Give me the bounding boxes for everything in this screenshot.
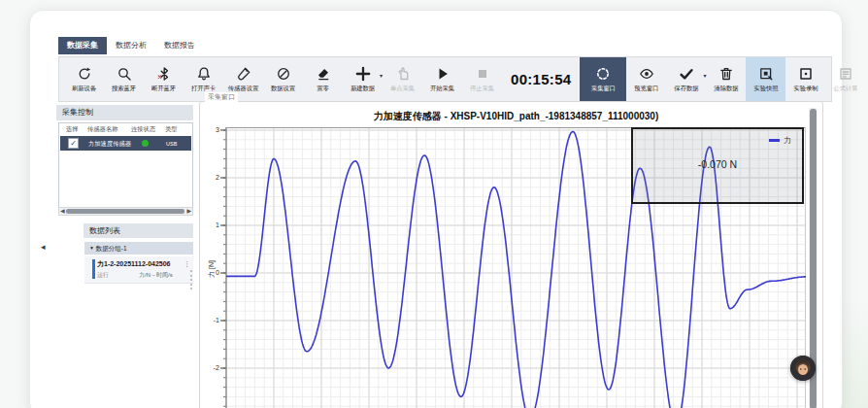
y-tick-label: 2 [204, 174, 219, 181]
eye-icon [639, 66, 654, 82]
item-state: 运行 [97, 271, 109, 280]
item-accent-bar [92, 259, 95, 279]
toolbar-button-new-data[interactable]: 新建数据▾ [343, 57, 383, 101]
toolbar-button-preview-window[interactable]: 预览窗口 [626, 57, 666, 101]
legend-line-swatch [769, 139, 780, 142]
toolbar-button-disconnect-bluetooth[interactable]: 断开蓝牙 [144, 57, 184, 101]
toolbar-button-formula-calc: 公式计算 [825, 57, 865, 101]
collect-control-header: 采集控制 [56, 105, 193, 120]
hscroll-left-arrow-icon[interactable]: ◀ [60, 207, 65, 216]
sensor-name: 力加速度传感器 [88, 140, 131, 149]
app-window: 数据采集 数据分析 数据报告 刷新设备搜索蓝牙断开蓝牙打开声卡传感器设置数据设置… [0, 0, 868, 408]
dashed-circle-icon [595, 66, 611, 82]
hand-point-icon [395, 66, 411, 82]
settings-icon [276, 66, 291, 82]
y-tick-label: -1 [204, 317, 219, 323]
group-label: 数据分组-1 [96, 245, 127, 252]
plus-icon [355, 66, 371, 82]
toolbar: 刷新设备搜索蓝牙断开蓝牙打开声卡传感器设置数据设置置零新建数据▾单点采集开始采集… [58, 56, 832, 102]
y-tick-label: 0 [204, 269, 219, 276]
toolbar-button-clear-data[interactable]: 清除数据 [706, 57, 746, 101]
assistant-avatar-button[interactable] [790, 356, 816, 381]
play-icon [435, 66, 451, 82]
stop-icon [475, 66, 490, 82]
chart-legend: 力 [769, 135, 791, 146]
toolbar-button-experiment-record[interactable]: 实验录制 [785, 57, 825, 101]
eraser-icon [316, 66, 331, 82]
hscroll-thumb[interactable] [66, 209, 184, 214]
y-tick-label: 3 [204, 126, 219, 133]
toolbar-button-save-data[interactable]: 保存数据▾ [666, 57, 706, 101]
toolbar-button-stop-collect: 停止采集 [462, 57, 502, 101]
tab-data-report[interactable]: 数据报告 [155, 37, 204, 54]
tab-data-analysis[interactable]: 数据分析 [107, 37, 155, 54]
toolbar-button-collect-window[interactable]: 采集窗口 [580, 57, 626, 101]
measurement-annotation: -0.070 N [631, 158, 804, 170]
collection-timer: 00:15:54 [502, 71, 580, 87]
sidebar-collapse-icon[interactable]: ◂ [41, 242, 46, 252]
item-axes: 力/N－时间/s [139, 271, 173, 280]
chart-groupbox-label: 采集窗口 [205, 92, 238, 102]
chart-title: 力加速度传感器 - XHSP-V10HID_path_-1981348857_1… [226, 110, 806, 123]
item-title: 力1-2-20251112-042506 [97, 259, 171, 269]
toolbar-button-zero[interactable]: 置零 [303, 57, 343, 101]
column-header: 类型 [165, 125, 178, 134]
toolbar-button-start-collect[interactable]: 开始采集 [422, 57, 462, 101]
data-list-item[interactable]: 力1-2-20251112-042506 ⋮ 运行 力/N－时间/s [84, 256, 193, 284]
snapshot-icon [758, 66, 774, 82]
toolbar-button-refresh-device[interactable]: 刷新设备 [64, 57, 104, 101]
sensor-checkbox[interactable]: ✓ [68, 138, 79, 149]
formula-icon [838, 66, 853, 82]
data-group-row[interactable]: ▼ 数据分组-1 [84, 242, 193, 255]
toolbar-button-experiment-snapshot[interactable]: 实验快照 [746, 57, 785, 101]
toolbar-button-search-bluetooth[interactable]: 搜索蓝牙 [104, 57, 144, 101]
sensor-row[interactable]: ✓力加速度传感器USB [60, 136, 191, 151]
sensor-icon [236, 66, 251, 82]
toolbar-button-data-settings[interactable]: 数据设置 [263, 57, 303, 101]
main-tabs: 数据采集 数据分析 数据报告 [58, 37, 204, 54]
panel-splitter-handle[interactable] [190, 270, 192, 289]
refresh-icon [77, 66, 92, 82]
legend-series-label: 力 [784, 135, 791, 146]
y-tick-label: 1 [204, 221, 219, 228]
hscroll-right-arrow-icon[interactable]: ▶ [186, 207, 191, 216]
tab-data-collect[interactable]: 数据采集 [58, 37, 107, 54]
y-tick-label: -2 [204, 364, 219, 371]
data-list-header: 数据列表 [83, 223, 193, 238]
sensor-table-hscrollbar[interactable]: ◀ ▶ [58, 207, 193, 216]
bluetooth-off-icon [156, 66, 172, 82]
bell-icon [196, 66, 212, 82]
item-menu-icon[interactable]: ⋮ [184, 260, 190, 268]
sensor-type: USB [166, 141, 177, 147]
trash-icon [718, 66, 734, 82]
column-header: 传感器名称 [87, 125, 117, 134]
column-header: 连接状态 [131, 125, 155, 134]
toolbar-button-single-point-collect: 单点采集 [383, 57, 422, 101]
sensor-table: 选择传感器名称连接状态类型✓力加速度传感器USB [58, 122, 193, 216]
record-icon [798, 66, 814, 82]
check-icon [679, 66, 694, 82]
search-icon [117, 66, 132, 82]
group-expander-icon[interactable]: ▼ [89, 245, 94, 251]
column-header: 选择 [66, 125, 79, 134]
connection-status-dot [142, 140, 149, 147]
avatar-face-icon [790, 356, 816, 381]
